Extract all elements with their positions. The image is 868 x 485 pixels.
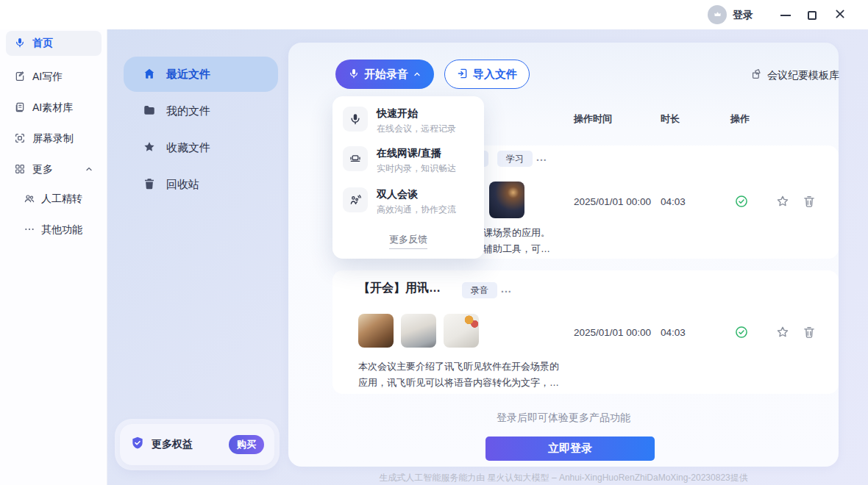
file-description: 课场景的应用。 辅助工具，可… [483,225,594,257]
tag-recording[interactable]: 录音 [462,282,497,298]
grid-icon [14,163,26,177]
close-button[interactable] [834,10,846,21]
filenav-item-recent[interactable]: 最近文件 [124,57,278,92]
start-recording-label: 开始录音 [364,68,408,82]
sidebar-item-screen-record[interactable]: 屏幕录制 [6,126,102,151]
sidebar-item-manual-transcription[interactable]: 人工精转 [19,188,102,210]
sidebar-item-more[interactable]: 更多 [6,157,102,182]
tag-study[interactable]: 学习 [497,151,533,167]
description-line: 辅助工具，可… [483,241,594,257]
delete-button[interactable] [802,194,817,209]
filenav-item-label: 最近文件 [166,68,210,82]
import-file-button[interactable]: 导入文件 [444,60,530,89]
filenav-item-my-files[interactable]: 我的文件 [124,99,278,123]
menu-item-two-person-talk[interactable]: 双人会谈 高效沟通，协作交流 [343,187,474,216]
start-recording-button[interactable]: 开始录音 [335,60,434,89]
footer-provider-note: 生成式人工智能服务能力由 星火认知大模型 – Anhui-XingHuoRenZ… [288,472,839,484]
filenav-item-label: 回收站 [166,178,199,192]
description-line: 课场景的应用。 [483,225,594,241]
minimize-icon [780,15,791,16]
templates-icon [750,68,764,83]
row-time: 2025/01/01 00:00 [574,196,651,207]
sidebar-item-label: 其他功能 [41,223,82,237]
sidebar-item-label: 首页 [32,37,53,50]
import-file-label: 导入文件 [473,68,517,82]
column-header-actions: 操作 [730,112,750,126]
mic-icon [348,68,360,82]
row-duration: 04:03 [661,196,686,207]
star-icon [143,140,156,156]
menu-item-title: 双人会谈 [377,188,418,200]
column-header-duration: 时长 [661,112,680,126]
benefits-label: 更多权益 [152,438,193,451]
sidebar-item-label: 屏幕录制 [32,132,74,146]
shield-check-icon [130,436,145,453]
doc-edit-icon [14,71,26,85]
video-thumbnail[interactable] [401,314,436,348]
description-line: 应用，讯飞听见可以将语音内容转化为文字，… [358,375,579,391]
file-description: 本次会议主要介绍了讯飞听见软件在开会场景的 应用，讯飞听见可以将语音内容转化为文… [358,359,579,391]
title-bar: 登录 [0,0,868,29]
chevron-up-icon [413,68,421,81]
filenav-item-label: 收藏文件 [166,141,210,155]
filenav-item-favorites[interactable]: 收藏文件 [124,136,278,159]
more-feedback-wrapper: 更多反馈 [332,232,484,249]
people-waves-icon [343,187,368,212]
chevron-up-icon [85,164,93,176]
meeting-templates-label: 会议纪要模板库 [767,69,839,82]
mic-icon [343,107,368,132]
sidebar-item-label: AI素材库 [32,101,73,115]
more-tags-button[interactable]: ... [536,151,547,163]
buy-button[interactable]: 购买 [229,435,264,454]
record-dropdown-menu: 快速开始 在线会议，远程记录 在线网课/直播 实时内录，知识畅达 双人会谈 高效… [332,96,484,259]
favorite-star-button[interactable] [775,325,790,340]
more-tags-button[interactable]: ... [501,283,512,295]
menu-item-subtitle: 在线会议，远程记录 [377,123,456,135]
sidebar-item-label: AI写作 [32,71,63,84]
crown-avatar-icon [712,8,723,22]
sidebar-item-ai-materials[interactable]: AI素材库 [6,96,102,121]
row-duration: 04:03 [661,327,686,338]
meeting-templates-link[interactable]: 会议纪要模板库 [750,68,839,83]
sidebar-item-other-functions[interactable]: 其他功能 [19,219,102,241]
maximize-button[interactable] [806,10,818,21]
user-avatar[interactable] [708,5,727,24]
benefits-card: 更多权益 购买 [120,424,274,465]
row-time: 2025/01/01 00:00 [574,327,651,338]
app-window: 登录 首页 AI写作 AI素材库 [0,0,868,485]
materials-icon [14,101,26,115]
sidebar-item-home[interactable]: 首页 [6,31,102,56]
people-icon [24,193,35,206]
sidebar: 首页 AI写作 AI素材库 屏幕录制 更多 [0,29,107,485]
sidebar-item-ai-writing[interactable]: AI写作 [6,65,102,90]
video-thumbnail[interactable] [358,314,394,348]
menu-item-subtitle: 实时内录，知识畅达 [377,162,456,175]
screen-record-icon [14,132,26,146]
mic-icon [14,37,26,51]
status-check-icon [734,325,749,340]
column-header-time: 操作时间 [574,112,612,126]
filenav-item-label: 我的文件 [166,104,210,118]
menu-item-online-course[interactable]: 在线网课/直播 实时内录，知识畅达 [343,146,474,175]
delete-button[interactable] [802,325,817,340]
menu-item-quick-start[interactable]: 快速开始 在线会议，远程记录 [343,107,474,135]
filenav-item-recycle-bin[interactable]: 回收站 [124,173,278,196]
status-check-icon [734,194,749,209]
menu-item-title: 快速开始 [377,107,418,119]
home-icon [143,67,156,82]
minimize-button[interactable] [780,10,791,21]
folder-icon [143,104,156,119]
import-file-icon [457,68,469,82]
file-title: 【开会】用讯… [358,281,441,296]
login-now-button[interactable]: 立即登录 [485,436,655,461]
maximize-icon [808,11,817,20]
login-prompt: 登录后即可体验更多产品功能 [288,412,839,425]
video-thumbnail[interactable] [489,182,524,218]
trash-icon [143,177,156,193]
login-link[interactable]: 登录 [733,9,753,22]
more-feedback-link[interactable]: 更多反馈 [389,233,427,249]
sidebar-item-label: 人工精转 [41,193,82,206]
video-thumbnail[interactable] [444,314,479,348]
favorite-star-button[interactable] [775,194,790,209]
description-line: 本次会议主要介绍了讯飞听见软件在开会场景的 [358,359,579,375]
